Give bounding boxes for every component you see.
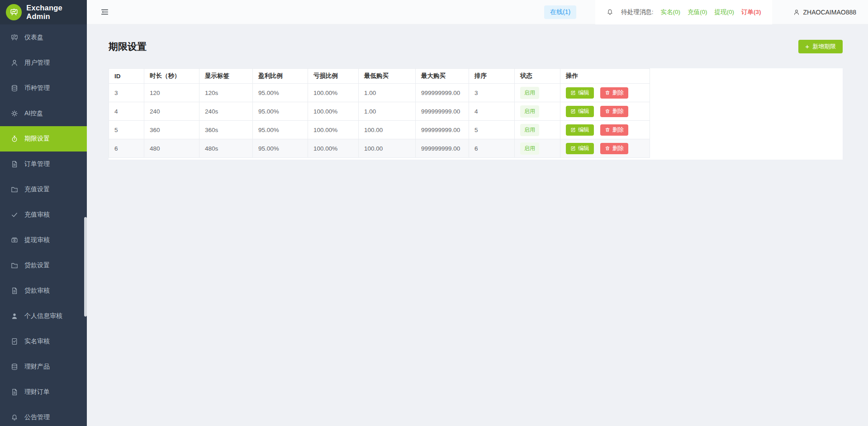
sidebar-item-dashboard[interactable]: 仪表盘: [0, 25, 87, 50]
edit-button-label: 编辑: [578, 89, 589, 97]
sidebar-item-label: 理财产品: [24, 363, 50, 371]
banknote-icon: [10, 236, 19, 244]
sidebar-item-label: 期限设置: [24, 135, 50, 143]
cell-display-tag: 480s: [199, 139, 253, 158]
cell-display-tag: 240s: [199, 102, 253, 121]
user-menu[interactable]: ZHAOCAIMAO888: [793, 9, 856, 16]
sidebar-item-label: 订单管理: [24, 160, 50, 168]
trash-icon: [605, 146, 610, 151]
col-sort: 排序: [469, 69, 515, 84]
sidebar-menu: 仪表盘 用户管理 币种管理 AI控盘 期限设置 订单管理 充值设置 充值审核: [0, 24, 87, 426]
add-period-button[interactable]: + 新增期限: [798, 40, 843, 53]
collapse-sidebar-icon[interactable]: [100, 8, 109, 16]
sidebar-item-wealth-products[interactable]: 理财产品: [0, 354, 87, 379]
sidebar-item-label: 用户管理: [24, 59, 50, 67]
sidebar-item-label: 贷款设置: [24, 261, 50, 270]
cell-min-buy: 1.00: [359, 84, 416, 102]
delete-button[interactable]: 删除: [600, 143, 628, 154]
sidebar-item-withdrawal-review[interactable]: 提现审核: [0, 227, 87, 253]
col-profit-ratio: 盈利比例: [253, 69, 308, 84]
app-logo[interactable]: Exchange Admin: [0, 0, 87, 24]
col-actions: 操作: [560, 69, 650, 84]
sidebar-scrollbar-thumb[interactable]: [84, 217, 87, 317]
sidebar-item-kyc-review[interactable]: 实名审核: [0, 329, 87, 354]
topbar: 在线(1) 待处理消息: 实名(0) 充值(0) 提现(0) 订单(3) ZHA…: [87, 0, 868, 24]
status-badge: 启用: [520, 142, 539, 155]
sidebar-item-profile-review[interactable]: 个人信息审核: [0, 303, 87, 329]
cell-duration: 120: [144, 84, 199, 102]
sidebar-item-currencies[interactable]: 币种管理: [0, 76, 87, 101]
pending-messages-card: 待处理消息: 实名(0) 充值(0) 提现(0) 订单(3): [595, 0, 772, 24]
status-badge: 启用: [520, 105, 539, 118]
delete-button-label: 删除: [612, 126, 624, 134]
cell-sort: 6: [469, 139, 515, 158]
status-badge: 启用: [520, 87, 539, 99]
sidebar-item-wealth-orders[interactable]: 理财订单: [0, 379, 87, 405]
periods-table: ID 时长（秒） 显示标签 盈利比例 亏损比例 最低购买 最大购买 排序 状态 …: [109, 68, 650, 158]
edit-button[interactable]: 编辑: [566, 143, 594, 154]
edit-button[interactable]: 编辑: [566, 124, 594, 136]
cell-loss-ratio: 100.00%: [308, 102, 359, 121]
delete-button-label: 删除: [612, 145, 624, 152]
page-content: 期限设置 + 新增期限 ID 时长（秒） 显示标签 盈利比例 亏: [87, 24, 868, 426]
sidebar: Exchange Admin 仪表盘 用户管理 币种管理 AI控盘 期限设置 订…: [0, 0, 87, 426]
cell-duration: 360: [144, 121, 199, 139]
sidebar-item-label: 实名审核: [24, 337, 50, 346]
sidebar-item-loan-settings[interactable]: 贷款设置: [0, 253, 87, 278]
pending-messages-label: 待处理消息:: [621, 8, 653, 16]
edit-button[interactable]: 编辑: [566, 87, 594, 99]
online-count-badge[interactable]: 在线(1): [544, 5, 576, 19]
cell-id: 4: [109, 102, 144, 121]
delete-button-label: 删除: [612, 89, 624, 97]
table-row: 4 240 240s 95.00% 100.00% 1.00 999999999…: [109, 102, 650, 121]
pending-kyc-link[interactable]: 实名(0): [661, 8, 681, 16]
cell-sort: 5: [469, 121, 515, 139]
cell-duration: 240: [144, 102, 199, 121]
pending-orders-link[interactable]: 订单(3): [741, 8, 761, 16]
sidebar-item-label: 币种管理: [24, 84, 50, 92]
user-icon: [10, 59, 19, 67]
sidebar-item-ai-control[interactable]: AI控盘: [0, 101, 87, 126]
cell-duration: 480: [144, 139, 199, 158]
user-icon: [793, 9, 800, 16]
user-filled-icon: [10, 312, 19, 320]
cell-id: 5: [109, 121, 144, 139]
sidebar-item-loan-review[interactable]: 贷款审核: [0, 278, 87, 303]
sidebar-item-announcements[interactable]: 公告管理: [0, 405, 87, 426]
sidebar-item-label: 贷款审核: [24, 287, 50, 295]
delete-button[interactable]: 删除: [600, 124, 628, 136]
edit-icon: [570, 146, 576, 151]
col-display-tag: 显示标签: [199, 69, 253, 84]
check-icon: [10, 211, 19, 219]
sidebar-item-label: 个人信息审核: [24, 312, 62, 320]
sidebar-item-users[interactable]: 用户管理: [0, 50, 87, 76]
username: ZHAOCAIMAO888: [803, 9, 856, 16]
cell-id: 6: [109, 139, 144, 158]
cell-profit-ratio: 95.00%: [253, 84, 308, 102]
pending-withdrawal-link[interactable]: 提现(0): [715, 8, 735, 16]
cell-display-tag: 120s: [199, 84, 253, 102]
cell-loss-ratio: 100.00%: [308, 84, 359, 102]
sidebar-item-recharge-review[interactable]: 充值审核: [0, 202, 87, 227]
trash-icon: [605, 109, 610, 114]
col-max-buy: 最大购买: [416, 69, 469, 84]
edit-icon: [570, 127, 576, 133]
delete-button[interactable]: 删除: [600, 87, 628, 99]
sidebar-item-period-settings[interactable]: 期限设置: [0, 126, 87, 151]
gear-icon: [10, 109, 19, 118]
presentation-chart-logo-icon: [6, 4, 22, 20]
sidebar-item-recharge-settings[interactable]: 充值设置: [0, 177, 87, 202]
document-icon: [10, 287, 19, 295]
delete-button[interactable]: 删除: [600, 106, 628, 117]
col-loss-ratio: 亏损比例: [308, 69, 359, 84]
cell-max-buy: 999999999.00: [416, 84, 469, 102]
sidebar-item-label: 充值设置: [24, 185, 50, 194]
page-title: 期限设置: [109, 40, 147, 53]
sidebar-item-orders[interactable]: 订单管理: [0, 151, 87, 177]
cell-profit-ratio: 95.00%: [253, 121, 308, 139]
cell-max-buy: 999999999.00: [416, 139, 469, 158]
cell-profit-ratio: 95.00%: [253, 102, 308, 121]
edit-button[interactable]: 编辑: [566, 106, 594, 117]
pending-recharge-link[interactable]: 充值(0): [688, 8, 707, 16]
cell-profit-ratio: 95.00%: [253, 139, 308, 158]
